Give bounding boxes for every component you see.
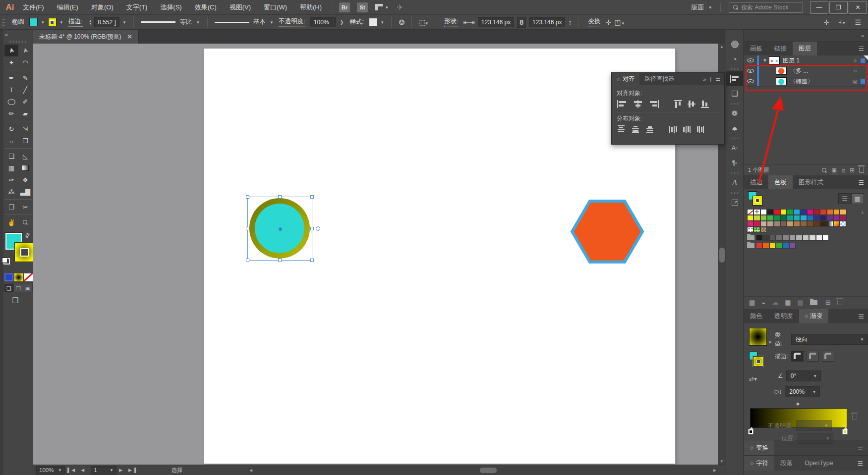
panel-drag-grip[interactable] — [9, 41, 26, 43]
panel-drag-grip[interactable] — [730, 172, 740, 174]
color-group-folder-icon[interactable] — [747, 243, 754, 248]
layer-row-0[interactable]: ▼图层 1○ — [744, 55, 868, 66]
swatch-cad52a[interactable] — [753, 215, 760, 221]
swatch-ffffff[interactable] — [822, 235, 829, 241]
swatch-93278f[interactable] — [833, 215, 840, 221]
swatch-pat-rock[interactable] — [760, 227, 767, 233]
swatch-868686[interactable] — [783, 235, 789, 241]
select-similar-icon[interactable]: ⬚▾ — [419, 18, 428, 26]
color-guide-panel-icon[interactable] — [726, 37, 743, 52]
stroke-within-button[interactable] — [791, 351, 804, 362]
tool-zoom[interactable] — [18, 216, 32, 228]
chevron-down-icon[interactable]: ▾ — [41, 20, 45, 25]
scroll-left-icon[interactable]: ◀ — [247, 468, 254, 473]
draw-normal-button[interactable]: ❏ — [4, 284, 14, 292]
distribute-vertical-center-button[interactable] — [631, 125, 640, 134]
draw-inside-button[interactable]: ▣ — [23, 284, 33, 292]
swatch-c6c6c5[interactable] — [803, 235, 809, 241]
menu-item-1[interactable]: 编辑(E) — [57, 3, 78, 12]
symbols-panel-icon[interactable]: ♣ — [726, 121, 743, 136]
stroke-label[interactable]: 描边: — [68, 17, 82, 27]
shape-label[interactable]: 形状: — [444, 17, 458, 27]
tool-gradient[interactable] — [18, 162, 32, 174]
stroke-color-swatch[interactable] — [48, 18, 57, 26]
dock-grid-icon[interactable]: ✛ — [823, 18, 829, 26]
swatch-3bb54a[interactable] — [767, 215, 773, 221]
menu-item-5[interactable]: 效果(C) — [195, 3, 217, 12]
target-icon[interactable]: ○ — [850, 57, 861, 63]
gradient-type-combo[interactable]: 径向 ▾ — [791, 334, 868, 345]
menu-item-7[interactable]: 窗口(W) — [264, 3, 287, 12]
tool-curvature-pen[interactable]: ✎ — [18, 72, 32, 84]
collapse-panel-icon[interactable]: » — [703, 76, 706, 82]
graphic-style-swatch[interactable] — [369, 18, 377, 26]
swatch-grad-bw[interactable] — [827, 221, 833, 227]
color-group-folder-icon[interactable] — [747, 235, 754, 240]
swatch-28255f[interactable] — [820, 215, 826, 221]
brush-definition[interactable]: 基本▾ — [215, 18, 274, 26]
scroll-up-icon[interactable]: ∧ — [861, 210, 864, 215]
layer-name[interactable]: 图层 1 — [783, 56, 850, 65]
reverse-gradient[interactable]: ⇄▾ — [749, 375, 757, 382]
swatch-aa1e22[interactable] — [813, 209, 820, 215]
swatch-e8112d[interactable] — [774, 209, 780, 215]
panel-menu-icon[interactable]: ☰ — [859, 179, 868, 186]
align-left-button[interactable] — [617, 100, 627, 108]
tool-ellipse[interactable]: ◯ — [4, 96, 18, 107]
chevron-down-icon[interactable]: ▾ — [122, 20, 127, 25]
swatch-libraries-icon[interactable]: ▤ — [749, 299, 755, 306]
tool-direct-selection[interactable]: ➤ — [18, 45, 32, 56]
gradient-midpoint-icon[interactable]: ◆ — [796, 401, 800, 406]
swatch-f4b853[interactable] — [840, 209, 846, 215]
swap-fill-stroke-icon[interactable]: ⇄ — [23, 231, 32, 239]
layer-thumbnail[interactable] — [769, 56, 780, 64]
swatch-1572bc[interactable] — [807, 215, 813, 221]
swatch-c7b299[interactable] — [760, 221, 767, 227]
tool-blend[interactable]: ❖ — [18, 174, 32, 186]
swatch-12b5ac[interactable] — [794, 215, 800, 221]
tool-lasso[interactable]: ◠ — [18, 56, 32, 68]
swatch-998675[interactable] — [774, 221, 780, 227]
tool-mesh[interactable]: ▦ — [4, 162, 18, 174]
selection-handle[interactable] — [246, 195, 249, 199]
next-artboard-button[interactable]: ▶ — [119, 468, 123, 473]
swatch-ededed[interactable] — [816, 235, 822, 241]
tool-artboard[interactable]: ❐ — [4, 201, 18, 213]
swatch-0aa79c[interactable] — [787, 215, 793, 221]
screen-mode-button[interactable]: ❐ — [12, 296, 18, 305]
swatch-68318f[interactable] — [827, 215, 833, 221]
swatch-3aaa35[interactable] — [776, 243, 782, 249]
tool-perspective-grid[interactable]: ◺ — [18, 150, 32, 162]
swatch-f8e800[interactable] — [780, 209, 787, 215]
distribute-bottom-button[interactable] — [645, 125, 654, 134]
link-dimensions-icon[interactable]: 8 — [517, 17, 526, 28]
swatch-b2b2b2[interactable] — [796, 235, 802, 241]
distribute-top-button[interactable] — [617, 125, 626, 134]
swatch-f0a01e[interactable] — [833, 209, 840, 215]
tab-gradient[interactable]: ◇渐变 — [799, 309, 829, 323]
tool-type[interactable]: T — [4, 84, 18, 96]
gradient-stop-black[interactable] — [748, 429, 753, 434]
chevron-down-icon[interactable]: ▾ — [59, 20, 64, 25]
tab-layers[interactable]: 图层 — [793, 42, 817, 55]
variable-width-profile[interactable]: 等比▾ — [141, 18, 200, 26]
minimize-button[interactable]: — — [810, 1, 828, 14]
zoom-level-combo[interactable]: 100%▾ — [36, 466, 65, 475]
paragraph-styles-panel-icon[interactable]: ¶▫ — [726, 156, 743, 170]
swatch-c69c6d[interactable] — [787, 221, 793, 227]
collapse-dock-icon[interactable]: » — [861, 33, 864, 39]
tool-eraser[interactable]: ▰ — [18, 107, 32, 119]
panel-menu-icon[interactable]: ☰ — [859, 313, 868, 320]
selection-handle[interactable] — [246, 259, 249, 262]
stroke-across-button[interactable] — [822, 351, 834, 362]
document-tab[interactable]: 未标题-4* @ 100% (RGB/预览) ✕ — [33, 30, 139, 44]
panel-drag-grip[interactable] — [730, 68, 740, 70]
grid-view-button[interactable]: ▦ — [851, 193, 864, 204]
swatch-b5a48d[interactable] — [767, 221, 773, 227]
tool-line-segment[interactable]: ╱ — [18, 84, 32, 96]
swatch-8c6239[interactable] — [800, 221, 807, 227]
arrange-documents-button[interactable]: ▾ — [375, 4, 389, 10]
fill-stroke-proxy[interactable] — [748, 191, 765, 206]
chevron-down-icon[interactable]: ▾ — [380, 20, 385, 25]
swatch-13a538[interactable] — [787, 209, 793, 215]
